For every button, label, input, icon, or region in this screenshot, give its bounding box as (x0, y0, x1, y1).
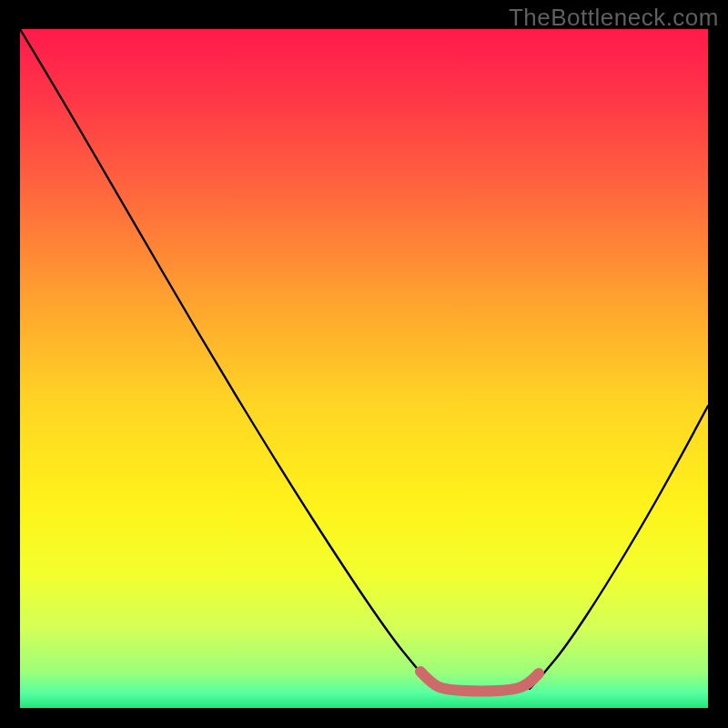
watermark-text: TheBottleneck.com (509, 4, 719, 32)
bottom-border (0, 708, 728, 728)
plot-background (20, 29, 708, 710)
chart-frame: { "watermark": "TheBottleneck.com", "plo… (0, 0, 728, 728)
chart-svg (0, 0, 728, 728)
